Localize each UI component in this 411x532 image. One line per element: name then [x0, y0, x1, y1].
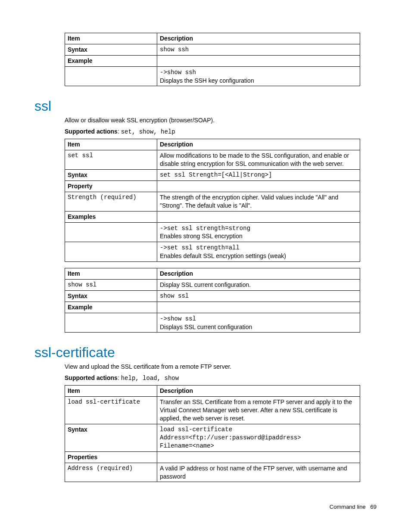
intro-ssl: Allow or disallow weak SSL encryption (b…: [65, 117, 360, 124]
desc-line: Enables strong SSL encryption: [160, 233, 243, 240]
cell-item: show ssl: [65, 280, 157, 291]
table-row: Example: [65, 55, 360, 66]
table-header-row: Item Description: [65, 386, 360, 397]
cell-desc: [157, 302, 360, 313]
cell-item: [65, 242, 157, 262]
table-header-row: Item Description: [65, 33, 360, 44]
col-header-desc: Description: [157, 268, 360, 280]
table-row: Example: [65, 302, 360, 313]
code-line: ->set ssl strength=all: [160, 244, 240, 251]
supported-actions-ssl-certificate: Supported actions: help, load, show: [65, 374, 360, 382]
table-header-row: Item Description: [65, 268, 360, 280]
col-header-item: Item: [65, 139, 157, 150]
cell-item: Properties: [65, 451, 157, 463]
cell-desc: A valid IP address or host name of the F…: [157, 463, 360, 482]
cell-item: Strength (required): [65, 192, 157, 211]
table-row: Strength (required) The strength of the …: [65, 192, 360, 211]
cell-desc: Display SSL current configuration.: [157, 280, 360, 291]
cell-item: Property: [65, 181, 157, 192]
table-row: load ssl-certificate Transfer an SSL Cer…: [65, 397, 360, 424]
desc-line: Displays the SSH key configuration: [160, 77, 254, 84]
col-header-desc: Description: [157, 33, 360, 44]
table-ssl-show: Item Description show ssl Display SSL cu…: [65, 268, 360, 333]
col-header-desc: Description: [157, 139, 360, 150]
cell-item: load ssl-certificate: [65, 397, 157, 424]
table-row: ->set ssl strength=all Enables default S…: [65, 242, 360, 262]
table-row: Syntax load ssl-certificate Address=<ftp…: [65, 424, 360, 452]
col-header-item: Item: [65, 386, 157, 397]
cell-item: Address (required): [65, 463, 157, 482]
desc-line: Enables default SSL encryption settings …: [160, 252, 286, 259]
cell-desc: Transfer an SSL Certificate from a remot…: [157, 397, 360, 424]
cell-desc: show ssl: [157, 290, 360, 302]
heading-ssl-certificate: ssl-certificate: [34, 345, 360, 361]
cell-desc: ->set ssl strength=strong Enables strong…: [157, 222, 360, 242]
table-row: show ssl Display SSL current configurati…: [65, 280, 360, 291]
table-ssl-certificate: Item Description load ssl-certificate Tr…: [65, 385, 360, 482]
col-header-desc: Description: [157, 386, 360, 397]
table-row: Syntax show ssl: [65, 290, 360, 302]
cell-item: set ssl: [65, 150, 157, 170]
cell-item: Syntax: [65, 44, 157, 55]
cell-desc: load ssl-certificate Address=<ftp://user…: [157, 424, 360, 452]
col-header-item: Item: [65, 33, 157, 44]
col-header-item: Item: [65, 268, 157, 280]
page-number: 69: [371, 504, 377, 510]
cell-desc: [157, 55, 360, 66]
cell-item: [65, 222, 157, 242]
cell-item: [65, 66, 157, 86]
table-row: set ssl Allow modifications to be made t…: [65, 150, 360, 170]
footer-label: Command line: [330, 504, 366, 510]
cell-desc: Allow modifications to be made to the SS…: [157, 150, 360, 170]
cell-desc: [157, 181, 360, 192]
cell-item: Examples: [65, 211, 157, 222]
supported-label: Supported actions: [65, 374, 118, 381]
supported-label: Supported actions: [65, 128, 118, 135]
cell-desc: show ssh: [157, 44, 360, 55]
footer: Command line 69: [34, 504, 360, 510]
table-ssl-set: Item Description set ssl Allow modificat…: [65, 139, 360, 262]
table-row: ->show ssl Displays SSL current configur…: [65, 313, 360, 333]
supported-list: set, show, help: [121, 128, 175, 135]
intro-ssl-certificate: View and upload the SSL certificate from…: [65, 363, 360, 370]
cell-item: Syntax: [65, 170, 157, 181]
table-row: Property: [65, 181, 360, 192]
table-row: Examples: [65, 211, 360, 222]
cell-desc: set ssl Strength=[<All|Strong>]: [157, 170, 360, 181]
cell-desc: ->show ssl Displays SSL current configur…: [157, 313, 360, 333]
table-row: Syntax set ssl Strength=[<All|Strong>]: [65, 170, 360, 181]
cell-item: Example: [65, 55, 157, 66]
code-line: ->set ssl strength=strong: [160, 225, 250, 232]
cell-desc: ->show ssh Displays the SSH key configur…: [157, 66, 360, 86]
page-content: Item Description Syntax show ssh Example…: [0, 0, 411, 527]
code-line: ->show ssh: [160, 69, 196, 76]
cell-item: [65, 313, 157, 333]
table-row: ->set ssl strength=strong Enables strong…: [65, 222, 360, 242]
cell-item: Syntax: [65, 290, 157, 302]
cell-desc: The strength of the encryption cipher. V…: [157, 192, 360, 211]
cell-desc: [157, 211, 360, 222]
table-header-row: Item Description: [65, 139, 360, 150]
cell-desc: [157, 451, 360, 463]
desc-line: Displays SSL current configuration: [160, 324, 252, 330]
table-row: Address (required) A valid IP address or…: [65, 463, 360, 482]
cell-desc: ->set ssl strength=all Enables default S…: [157, 242, 360, 262]
supported-list: help, load, show: [121, 375, 179, 382]
table-row: Properties: [65, 451, 360, 463]
table-row: ->show ssh Displays the SSH key configur…: [65, 66, 360, 86]
cell-item: Syntax: [65, 424, 157, 452]
heading-ssl: ssl: [34, 98, 360, 114]
table-ssh: Item Description Syntax show ssh Example…: [65, 33, 360, 86]
cell-item: Example: [65, 302, 157, 313]
code-line: ->show ssl: [160, 315, 196, 322]
table-row: Syntax show ssh: [65, 44, 360, 55]
supported-actions-ssl: Supported actions: set, show, help: [65, 128, 360, 135]
